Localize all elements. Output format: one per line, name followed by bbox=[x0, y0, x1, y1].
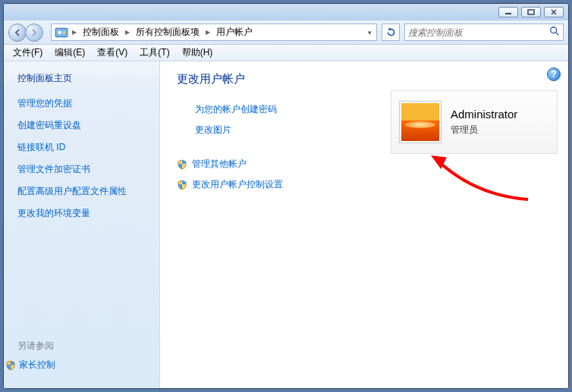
sidebar-link-credentials[interactable]: 管理您的凭据 bbox=[17, 97, 152, 110]
nav-buttons bbox=[8, 23, 46, 42]
address-breadcrumb[interactable]: ▶ 控制面板 ▶ 所有控制面板项 ▶ 用户帐户 ▾ bbox=[51, 24, 377, 41]
svg-point-5 bbox=[551, 27, 557, 33]
menu-tools[interactable]: 工具(T) bbox=[134, 45, 175, 61]
menu-bar: 文件(F) 编辑(E) 查看(V) 工具(T) 帮助(H) bbox=[4, 45, 568, 61]
window-frame: ▶ 控制面板 ▶ 所有控制面板项 ▶ 用户帐户 ▾ 文件(F) 编辑(E) 查看… bbox=[3, 3, 569, 389]
task-manage-other-accounts[interactable]: 管理其他帐户 bbox=[192, 158, 247, 171]
search-input[interactable] bbox=[408, 27, 549, 38]
search-icon[interactable] bbox=[549, 26, 560, 39]
content-pane: ? 更改用户帐户 为您的帐户创建密码 更改图片 管理其他帐户 更改用户帐户控制设… bbox=[160, 61, 568, 388]
minimize-button[interactable] bbox=[498, 7, 518, 17]
sidebar-link-advanced-profile[interactable]: 配置高级用户配置文件属性 bbox=[17, 185, 152, 198]
svg-point-4 bbox=[63, 31, 65, 33]
control-panel-home-link[interactable]: 控制面板主页 bbox=[17, 72, 152, 85]
search-box[interactable] bbox=[404, 24, 564, 41]
menu-edit[interactable]: 编辑(E) bbox=[49, 45, 91, 61]
sidebar-link-online-id[interactable]: 链接联机 ID bbox=[17, 141, 152, 154]
shield-icon bbox=[5, 360, 16, 371]
menu-file[interactable]: 文件(F) bbox=[7, 45, 49, 61]
help-icon[interactable]: ? bbox=[547, 67, 561, 81]
user-role: 管理员 bbox=[451, 124, 517, 136]
shield-icon bbox=[177, 180, 187, 190]
sidebar-link-label: 家长控制 bbox=[19, 359, 55, 372]
sidebar-link-parental-controls[interactable]: 家长控制 bbox=[5, 359, 152, 372]
task-change-uac-settings[interactable]: 更改用户帐户控制设置 bbox=[192, 178, 283, 191]
forward-button[interactable] bbox=[25, 24, 43, 42]
crumb-all-items[interactable]: 所有控制面板项 bbox=[132, 26, 203, 39]
sidebar-link-encryption-cert[interactable]: 管理文件加密证书 bbox=[17, 163, 152, 176]
current-user-card: Administrator 管理员 bbox=[391, 90, 558, 154]
crumb-user-accounts[interactable]: 用户帐户 bbox=[212, 26, 256, 39]
control-panel-icon bbox=[55, 26, 68, 39]
user-name: Administrator bbox=[451, 108, 517, 121]
close-button[interactable] bbox=[544, 7, 564, 17]
svg-point-3 bbox=[58, 30, 62, 34]
crumb-chevron-icon: ▶ bbox=[70, 29, 79, 36]
see-also-label: 另请参阅 bbox=[17, 340, 152, 353]
user-info: Administrator 管理员 bbox=[451, 108, 517, 136]
back-button[interactable] bbox=[8, 24, 27, 42]
menu-help[interactable]: 帮助(H) bbox=[176, 45, 219, 61]
user-avatar[interactable] bbox=[399, 101, 442, 143]
navigation-bar: ▶ 控制面板 ▶ 所有控制面板项 ▶ 用户帐户 ▾ bbox=[4, 20, 568, 45]
body-split: 控制面板主页 管理您的凭据 创建密码重设盘 链接联机 ID 管理文件加密证书 配… bbox=[4, 61, 568, 388]
menu-view[interactable]: 查看(V) bbox=[91, 45, 134, 61]
crumb-control-panel[interactable]: 控制面板 bbox=[79, 26, 123, 39]
crumb-chevron-icon: ▶ bbox=[123, 29, 132, 36]
address-dropdown-icon[interactable]: ▾ bbox=[363, 29, 376, 36]
sidebar-link-password-reset-disk[interactable]: 创建密码重设盘 bbox=[17, 119, 152, 132]
crumb-chevron-icon: ▶ bbox=[203, 29, 212, 36]
svg-rect-1 bbox=[528, 10, 534, 14]
maximize-button[interactable] bbox=[521, 7, 541, 17]
titlebar bbox=[4, 4, 568, 20]
shield-icon bbox=[177, 159, 187, 170]
sidebar-link-env-vars[interactable]: 更改我的环境变量 bbox=[17, 207, 152, 220]
svg-rect-0 bbox=[505, 13, 511, 14]
sidebar: 控制面板主页 管理您的凭据 创建密码重设盘 链接联机 ID 管理文件加密证书 配… bbox=[4, 61, 160, 388]
page-heading: 更改用户帐户 bbox=[177, 72, 559, 86]
refresh-button[interactable] bbox=[382, 24, 400, 41]
other-task-list: 管理其他帐户 更改用户帐户控制设置 bbox=[177, 158, 559, 191]
